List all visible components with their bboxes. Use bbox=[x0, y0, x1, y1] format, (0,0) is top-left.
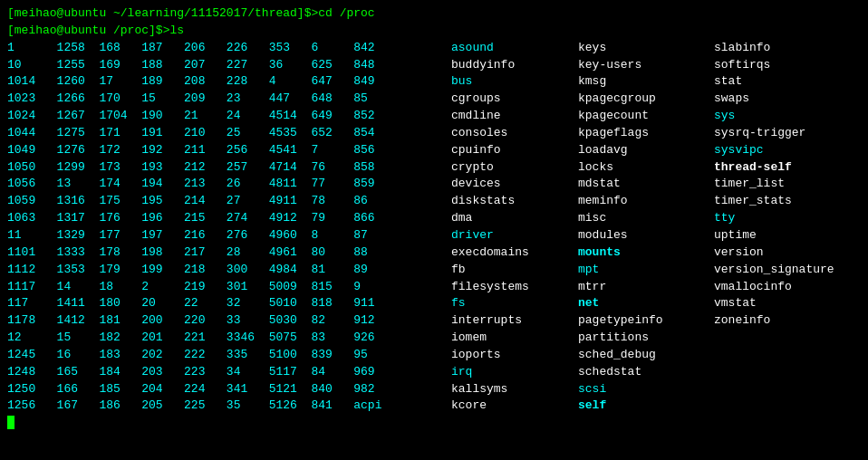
list-item: 1049 1276 172 192 211 256 4541 7 856 bbox=[7, 142, 451, 159]
cursor-line bbox=[7, 415, 861, 432]
list-item: 1178 1412 181 200 220 33 5030 82 912 bbox=[7, 312, 451, 330]
table-row: 1117 14 18 2 219 301 5009 815 9filesyste… bbox=[7, 279, 861, 296]
table-row: 1 1258 168 187 206 226 353 6 842asoundke… bbox=[7, 40, 861, 57]
ls-output: 1 1258 168 187 206 226 353 6 842asoundke… bbox=[7, 40, 861, 432]
list-item: sysrq-trigger bbox=[714, 125, 805, 142]
list-item: kcore bbox=[451, 398, 578, 415]
list-item: cmdline bbox=[451, 108, 578, 125]
list-item: self bbox=[578, 398, 714, 415]
list-item: stat bbox=[714, 73, 742, 91]
list-item: misc bbox=[578, 210, 714, 227]
list-item: kmsg bbox=[578, 73, 714, 91]
list-item: 1056 13 174 194 213 26 4811 77 859 bbox=[7, 176, 451, 193]
list-item: filesystems bbox=[451, 279, 578, 296]
table-row: 1023 1266 170 15 209 23 447 648 85cgroup… bbox=[7, 91, 861, 108]
list-item: kpagecount bbox=[578, 108, 714, 125]
list-item: partitions bbox=[578, 330, 714, 347]
list-item: execdomains bbox=[451, 244, 578, 262]
table-row: 1250 166 185 204 224 341 5121 840 982kal… bbox=[7, 381, 861, 398]
list-item: mpt bbox=[578, 262, 714, 279]
list-item: 1248 165 184 203 223 34 5117 84 969 bbox=[7, 364, 451, 381]
list-item: irq bbox=[451, 364, 578, 381]
list-item: diskstats bbox=[451, 193, 578, 210]
list-item: thread-self bbox=[714, 159, 792, 177]
list-item: timer_list bbox=[714, 176, 785, 193]
table-row: 1056 13 174 194 213 26 4811 77 859device… bbox=[7, 176, 861, 193]
list-item: fb bbox=[451, 262, 578, 279]
list-item: devices bbox=[451, 176, 578, 193]
list-item: 12 15 182 201 221 3346 5075 83 926 bbox=[7, 330, 451, 347]
list-item: 11 1329 177 197 216 276 4960 8 87 bbox=[7, 227, 451, 244]
list-item: 1050 1299 173 193 212 257 4714 76 858 bbox=[7, 159, 451, 177]
table-row: 1050 1299 173 193 212 257 4714 76 858cry… bbox=[7, 159, 861, 177]
list-item: keys bbox=[578, 40, 714, 57]
list-item: mounts bbox=[578, 244, 714, 262]
table-row: 1014 1260 17 189 208 228 4 647 849buskms… bbox=[7, 73, 861, 91]
list-item: cpuinfo bbox=[451, 142, 578, 159]
table-row: 117 1411 180 20 22 32 5010 818 911fsnetv… bbox=[7, 295, 861, 312]
list-item: pagetypeinfo bbox=[578, 312, 714, 330]
list-item: mdstat bbox=[578, 176, 714, 193]
list-item: modules bbox=[578, 227, 714, 244]
table-row: 1044 1275 171 191 210 25 4535 652 854con… bbox=[7, 125, 861, 142]
prompt-line-1: [meihao@ubuntu ~/learning/11152017/threa… bbox=[7, 5, 861, 23]
list-item: kpageflags bbox=[578, 125, 714, 142]
list-item: key-users bbox=[578, 57, 714, 74]
list-item: consoles bbox=[451, 125, 578, 142]
table-row: 1256 167 186 205 225 35 5126 841 acpikco… bbox=[7, 398, 861, 415]
list-item: meminfo bbox=[578, 193, 714, 210]
table-row: 1024 1267 1704 190 21 24 4514 649 852cmd… bbox=[7, 108, 861, 125]
table-row: 1049 1276 172 192 211 256 4541 7 856cpui… bbox=[7, 142, 861, 159]
table-row: 1248 165 184 203 223 34 5117 84 969irqsc… bbox=[7, 364, 861, 381]
list-item: 1250 166 185 204 224 341 5121 840 982 bbox=[7, 381, 451, 398]
list-item: slabinfo bbox=[714, 40, 770, 57]
list-item: kpagecgroup bbox=[578, 91, 714, 108]
table-row: 12 15 182 201 221 3346 5075 83 926iomemp… bbox=[7, 330, 861, 347]
table-row: 10 1255 169 188 207 227 36 625 848buddyi… bbox=[7, 57, 861, 74]
list-item: scsi bbox=[578, 381, 714, 398]
list-item: 117 1411 180 20 22 32 5010 818 911 bbox=[7, 295, 451, 312]
list-item: asound bbox=[451, 40, 578, 57]
list-item: ioports bbox=[451, 347, 578, 364]
list-item: sched_debug bbox=[578, 347, 714, 364]
list-item: vmallocinfo bbox=[714, 279, 792, 296]
list-item: driver bbox=[451, 227, 578, 244]
list-item: 1023 1266 170 15 209 23 447 648 85 bbox=[7, 91, 451, 108]
list-item: locks bbox=[578, 159, 714, 177]
terminal-window: [meihao@ubuntu ~/learning/11152017/threa… bbox=[7, 5, 861, 432]
list-item: interrupts bbox=[451, 312, 578, 330]
list-item: 1256 167 186 205 225 35 5126 841 acpi bbox=[7, 398, 451, 415]
list-item: sys bbox=[714, 108, 735, 125]
list-item: zoneinfo bbox=[714, 312, 770, 330]
list-item: dma bbox=[451, 210, 578, 227]
list-item: mtrr bbox=[578, 279, 714, 296]
list-item: 1059 1316 175 195 214 27 4911 78 86 bbox=[7, 193, 451, 210]
list-item: crypto bbox=[451, 159, 578, 177]
table-row: 1178 1412 181 200 220 33 5030 82 912inte… bbox=[7, 312, 861, 330]
list-item: buddyinfo bbox=[451, 57, 578, 74]
table-row: 1245 16 183 202 222 335 5100 839 95iopor… bbox=[7, 347, 861, 364]
table-row: 1063 1317 176 196 215 274 4912 79 866dma… bbox=[7, 210, 861, 227]
list-item: schedstat bbox=[578, 364, 714, 381]
list-item: fs bbox=[451, 295, 578, 312]
list-item: vmstat bbox=[714, 295, 757, 312]
list-item: net bbox=[578, 295, 714, 312]
list-item: cgroups bbox=[451, 91, 578, 108]
list-item: 1112 1353 179 199 218 300 4984 81 89 bbox=[7, 262, 451, 279]
table-row: 1059 1316 175 195 214 27 4911 78 86disks… bbox=[7, 193, 861, 210]
list-item: 1014 1260 17 189 208 228 4 647 849 bbox=[7, 73, 451, 91]
list-item: kallsyms bbox=[451, 381, 578, 398]
list-item: bus bbox=[451, 73, 578, 91]
list-item: 1117 14 18 2 219 301 5009 815 9 bbox=[7, 279, 451, 296]
list-item: sysvipc bbox=[714, 142, 764, 159]
list-item: swaps bbox=[714, 91, 749, 108]
list-item: timer_stats bbox=[714, 193, 792, 210]
table-row: 1101 1333 178 198 217 28 4961 80 88execd… bbox=[7, 244, 861, 262]
list-item: 1101 1333 178 198 217 28 4961 80 88 bbox=[7, 244, 451, 262]
list-item: version bbox=[714, 244, 764, 262]
list-item: 10 1255 169 188 207 227 36 625 848 bbox=[7, 57, 451, 74]
list-item: 1024 1267 1704 190 21 24 4514 649 852 bbox=[7, 108, 451, 125]
list-item: softirqs bbox=[714, 57, 770, 74]
table-row: 11 1329 177 197 216 276 4960 8 87driverm… bbox=[7, 227, 861, 244]
list-item: iomem bbox=[451, 330, 578, 347]
